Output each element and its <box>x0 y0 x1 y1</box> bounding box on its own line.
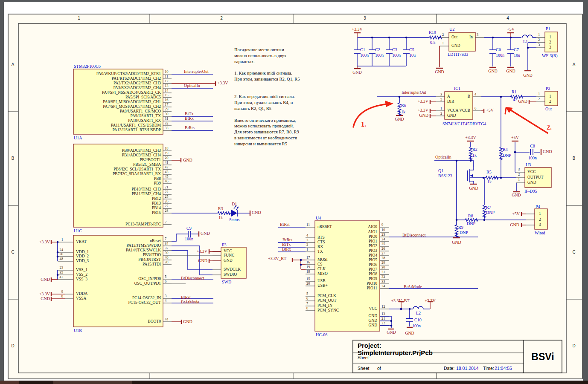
component-P2[interactable] <box>545 91 558 106</box>
power-label[interactable]: GND <box>510 222 519 227</box>
designator[interactable]: C7 <box>514 47 519 52</box>
designator[interactable]: C5 <box>409 47 414 52</box>
designator[interactable]: R8 <box>468 214 473 218</box>
power-label[interactable]: GND <box>518 99 527 104</box>
designator[interactable]: C6 <box>496 47 501 52</box>
designator[interactable]: SN74LVC1T45DBVTG4 <box>442 121 486 126</box>
annotation-mark[interactable]: 1. <box>361 121 366 128</box>
designator[interactable]: R9 <box>458 225 463 230</box>
mosfet-Q1[interactable] <box>470 174 473 177</box>
taskbar-button[interactable] <box>0 381 19 384</box>
net-label[interactable]: OpticalIn <box>435 155 451 159</box>
net-label[interactable]: BtDisconnect <box>402 233 425 237</box>
power-label[interactable]: +3.3V_BT <box>268 256 286 261</box>
net-label[interactable]: BtRts <box>185 125 195 130</box>
power-label[interactable]: +3.3V <box>217 81 228 85</box>
power-label[interactable]: GND <box>405 331 414 335</box>
power-label[interactable]: +3.3V <box>418 99 428 104</box>
designator[interactable]: 100n <box>412 323 421 328</box>
annotation-mark[interactable]: 2. <box>547 124 552 131</box>
designator[interactable]: 1k <box>401 110 405 114</box>
power-label[interactable]: +3.3V <box>352 27 362 32</box>
net-label[interactable]: R3 <box>218 206 223 211</box>
designator[interactable]: DNP <box>460 230 468 235</box>
designator[interactable]: C9 <box>186 226 192 231</box>
net-label[interactable]: BtRx <box>185 116 194 121</box>
power-label[interactable]: +3.3V <box>39 240 50 244</box>
net-label[interactable]: BtRx <box>282 247 291 251</box>
power-label[interactable]: GND <box>201 231 210 236</box>
designator[interactable]: C8 <box>530 144 535 148</box>
power-label[interactable]: GND <box>352 70 362 75</box>
power-label[interactable]: +3.3V <box>39 292 50 296</box>
designator[interactable]: DNP <box>503 153 511 158</box>
designator[interactable]: P3 <box>222 243 227 247</box>
component-P1[interactable] <box>545 32 558 52</box>
designator[interactable]: R7 <box>486 205 491 210</box>
power-label[interactable]: +5V <box>512 211 520 216</box>
power-label[interactable]: GND <box>41 277 50 282</box>
component-P4[interactable] <box>535 209 547 229</box>
power-label[interactable]: GND <box>387 330 396 335</box>
taskbar-button[interactable] <box>53 381 132 384</box>
power-label[interactable]: +3.3V <box>425 298 435 303</box>
designator[interactable]: R5 <box>486 170 492 174</box>
designator[interactable]: 100n <box>185 237 193 241</box>
designator[interactable]: 47 <box>513 97 517 102</box>
designator[interactable]: R10 <box>429 30 436 35</box>
power-label[interactable]: +3.3V_BT <box>391 298 409 303</box>
annotation-arrow-1[interactable] <box>353 104 387 127</box>
power-label[interactable]: +3.3V <box>418 108 428 113</box>
designator[interactable]: L2 <box>416 311 421 315</box>
schematic-note-text[interactable]: Посадочное место оптики можно использвоа… <box>234 47 341 147</box>
power-label[interactable]: GND <box>488 69 498 73</box>
designator[interactable]: R2 <box>472 147 477 152</box>
designator[interactable]: U1C <box>74 228 82 233</box>
power-label[interactable]: GND <box>252 210 261 215</box>
power-label[interactable]: GND <box>469 186 478 191</box>
taskbar[interactable] <box>0 381 588 384</box>
power-label[interactable]: +3.3V <box>197 249 207 254</box>
designator[interactable]: P1 <box>546 26 550 31</box>
designator[interactable]: DNP <box>486 210 495 215</box>
designator[interactable]: P4 <box>536 204 540 209</box>
designator[interactable]: U2 <box>449 27 454 32</box>
designator[interactable]: BSS123 <box>438 173 452 178</box>
designator[interactable]: 1k <box>472 153 477 158</box>
power-label[interactable]: +5V <box>486 108 494 113</box>
net-label[interactable]: D1 <box>232 202 237 206</box>
designator[interactable]: HC-06 <box>316 332 327 337</box>
designator[interactable]: 10u <box>409 53 416 58</box>
power-label[interactable]: GND <box>506 69 515 73</box>
power-label[interactable]: +3.3V <box>465 135 476 140</box>
designator[interactable]: Q1 <box>438 168 443 173</box>
annotation-arrow-2[interactable] <box>509 109 547 133</box>
power-label[interactable]: GND <box>543 149 552 154</box>
designator[interactable]: Out <box>545 107 552 111</box>
net-label[interactable]: OpticalIn <box>184 83 200 88</box>
designator[interactable]: 100n <box>375 53 384 58</box>
designator[interactable]: U4 <box>316 216 321 220</box>
designator[interactable]: P2 <box>546 86 550 91</box>
power-label[interactable]: GND <box>512 193 521 197</box>
power-label[interactable]: GND <box>183 319 192 324</box>
designator[interactable]: WF-3(R) <box>542 53 558 58</box>
power-label[interactable]: +5V <box>507 27 515 32</box>
designator[interactable]: Wired <box>535 231 545 235</box>
designator[interactable]: 100n <box>392 53 401 58</box>
designator[interactable]: 100n <box>528 156 537 160</box>
designator[interactable]: 100n <box>496 53 504 58</box>
net-label[interactable]: BtTx <box>282 242 291 247</box>
designator[interactable]: C10 <box>414 318 422 322</box>
designator[interactable]: C2 <box>375 47 380 52</box>
net-label[interactable]: BtAtMode <box>181 300 199 304</box>
designator[interactable]: Status <box>229 217 239 222</box>
power-label[interactable]: +5V <box>511 135 519 140</box>
designator[interactable]: R4 <box>503 147 508 152</box>
net-label[interactable]: BtRst <box>181 295 191 300</box>
designator[interactable]: 100n <box>360 53 369 58</box>
designator[interactable]: 10u <box>514 53 520 58</box>
power-label[interactable]: GND <box>395 117 404 121</box>
net-label[interactable]: BtAtMode <box>404 284 422 289</box>
power-label[interactable]: GND <box>419 113 428 118</box>
